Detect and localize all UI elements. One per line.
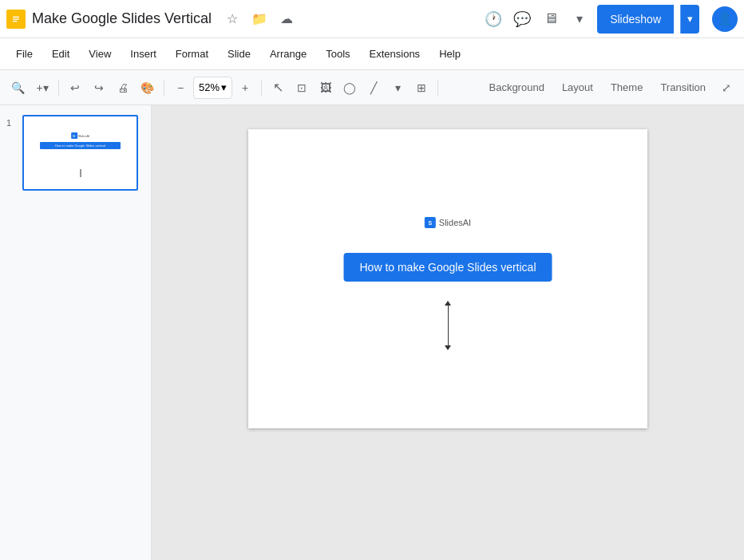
separator-1: [58, 80, 59, 96]
menu-tools[interactable]: Tools: [316, 43, 359, 65]
main-area: 1 S SlidesAI How to make Google Slides v…: [0, 105, 744, 560]
present-dropdown-icon[interactable]: ▾: [568, 8, 591, 30]
slides-ai-icon: S: [425, 217, 436, 228]
zoom-in-button[interactable]: +: [234, 77, 256, 99]
menu-bar: File Edit View Insert Format Slide Arran…: [0, 38, 744, 70]
slides-ai-icon-letter: S: [428, 220, 432, 226]
redo-button[interactable]: ↪: [88, 77, 110, 99]
add-slide-button[interactable]: +▾: [31, 77, 53, 99]
star-icon[interactable]: ☆: [221, 8, 243, 30]
share-expand-button[interactable]: ⤢: [715, 77, 738, 99]
app-icon: [6, 10, 26, 29]
cloud-icon[interactable]: ☁: [275, 8, 298, 30]
menu-arrange[interactable]: Arrange: [260, 43, 316, 65]
thumb-cursor: [80, 169, 81, 177]
thumb-title-box: How to make Google Slides vertical: [40, 142, 121, 149]
svg-rect-2: [13, 18, 19, 19]
toolbar: 🔍 +▾ ↩ ↪ 🖨 🎨 − 52% ▾ + ↖ ⊡ 🖼 ◯ ╱ ▾ ⊞ Bac…: [0, 70, 744, 105]
title-bar: Make Google Slides Vertical ☆ 📁 ☁ 🕐 💬 🖥 …: [0, 0, 744, 38]
slideshow-button[interactable]: Slideshow: [597, 5, 674, 34]
line-tool-button[interactable]: ╱: [362, 77, 385, 99]
zoom-area[interactable]: 52% ▾: [193, 77, 232, 99]
cursor-line: [448, 306, 449, 345]
layout-button[interactable]: Layout: [554, 77, 601, 99]
line-dropdown-button[interactable]: ▾: [386, 77, 409, 99]
separator-4: [437, 80, 438, 96]
slide-number: 1: [6, 118, 18, 128]
menu-edit[interactable]: Edit: [42, 43, 79, 65]
separator-2: [164, 80, 164, 96]
slide-cursor-line: [445, 301, 451, 350]
frame-tool-button[interactable]: ⊡: [291, 77, 313, 99]
right-tools: Background Layout Theme Transition: [481, 77, 714, 99]
cursor-arrow-bottom: [445, 345, 451, 350]
paint-format-button[interactable]: 🎨: [136, 77, 159, 99]
zoom-dropdown-icon: ▾: [221, 81, 227, 93]
menu-slide[interactable]: Slide: [218, 43, 260, 65]
collaborator-avatar: 👤: [712, 6, 738, 32]
menu-format[interactable]: Format: [166, 43, 218, 65]
undo-button[interactable]: ↩: [64, 77, 86, 99]
menu-extensions[interactable]: Extensions: [360, 43, 430, 65]
menu-insert[interactable]: Insert: [121, 43, 166, 65]
zoom-out-button[interactable]: −: [169, 77, 192, 99]
transition-button[interactable]: Transition: [652, 77, 714, 99]
select-tool-button[interactable]: ↖: [267, 77, 289, 99]
menu-view[interactable]: View: [79, 43, 121, 65]
svg-rect-3: [13, 21, 17, 22]
separator-3: [261, 80, 262, 96]
thumb-logo: S SlidesAI: [71, 132, 90, 139]
search-button[interactable]: 🔍: [6, 77, 30, 99]
slide-logo-area: S SlidesAI: [425, 217, 471, 228]
shape-tool-button[interactable]: ◯: [338, 77, 361, 99]
slides-ai-label: SlidesAI: [439, 218, 471, 227]
zoom-value: 52%: [199, 81, 220, 93]
title-action-icons: ☆ 📁 ☁: [221, 8, 298, 30]
canvas-area: S SlidesAI How to make Google Slides ver…: [152, 105, 744, 560]
slideshow-dropdown-button[interactable]: ▾: [680, 5, 699, 34]
image-tool-button[interactable]: 🖼: [315, 77, 337, 99]
slide-canvas[interactable]: S SlidesAI How to make Google Slides ver…: [248, 129, 647, 428]
fit-button[interactable]: ⊞: [410, 77, 433, 99]
slide-title-box[interactable]: How to make Google Slides vertical: [344, 253, 552, 282]
history-icon[interactable]: 🕐: [482, 8, 505, 30]
theme-button[interactable]: Theme: [603, 77, 651, 99]
folder-icon[interactable]: 📁: [248, 8, 271, 30]
slide-thumb-container: 1 S SlidesAI How to make Google Slides v…: [6, 115, 144, 191]
svg-rect-1: [13, 16, 19, 17]
print-button[interactable]: 🖨: [112, 77, 134, 99]
menu-file[interactable]: File: [6, 43, 42, 65]
present-icon[interactable]: 🖥: [540, 8, 562, 30]
background-button[interactable]: Background: [481, 77, 552, 99]
slide-thumbnail[interactable]: S SlidesAI How to make Google Slides ver…: [22, 115, 138, 191]
comments-icon[interactable]: 💬: [511, 8, 533, 30]
thumb-content: S SlidesAI How to make Google Slides ver…: [24, 116, 137, 189]
slide-panel: 1 S SlidesAI How to make Google Slides v…: [0, 105, 152, 560]
doc-title: Make Google Slides Vertical: [32, 10, 212, 27]
collaborator-button[interactable]: 👤: [712, 6, 738, 32]
menu-help[interactable]: Help: [429, 43, 470, 65]
